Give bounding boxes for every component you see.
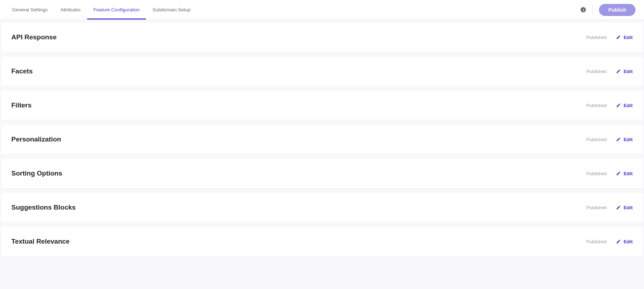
feature-card: API ResponsePublishedEdit [1,23,643,52]
pencil-icon [616,137,621,142]
tab-subdomain-setup[interactable]: Subdomain Setup [146,0,197,20]
pencil-icon [616,171,621,176]
feature-title: API Response [11,33,57,41]
status-label: Published [586,103,606,108]
edit-label: Edit [624,205,633,210]
info-icon[interactable]: i [581,7,586,12]
tabs-container: General SettingsAttributesFeature Config… [6,0,197,20]
feature-title: Textual Relevance [11,238,69,245]
feature-card: Suggestions BlocksPublishedEdit [1,193,643,222]
vertical-divider [592,5,593,15]
feature-title: Suggestions Blocks [11,204,76,211]
tab-attributes[interactable]: Attributes [54,0,87,20]
feature-title: Filters [11,101,32,109]
status-label: Published [586,171,606,176]
feature-actions: PublishedEdit [586,137,633,142]
feature-title: Sorting Options [11,169,62,177]
pencil-icon [616,35,621,40]
edit-button[interactable]: Edit [616,239,633,244]
edit-label: Edit [624,103,633,108]
edit-button[interactable]: Edit [616,137,633,142]
edit-button[interactable]: Edit [616,69,633,74]
pencil-icon [616,239,621,244]
edit-label: Edit [624,137,633,142]
feature-title: Facets [11,67,33,75]
edit-label: Edit [624,69,633,74]
header-bar: General SettingsAttributesFeature Config… [0,0,644,20]
edit-button[interactable]: Edit [616,103,633,108]
feature-actions: PublishedEdit [586,103,633,108]
publish-button[interactable]: Publish [599,4,635,16]
feature-actions: PublishedEdit [586,171,633,176]
feature-actions: PublishedEdit [586,35,633,40]
edit-button[interactable]: Edit [616,171,633,176]
status-label: Published [586,239,606,244]
feature-actions: PublishedEdit [586,205,633,210]
feature-actions: PublishedEdit [586,239,633,244]
feature-title: Personalization [11,135,61,143]
pencil-icon [616,69,621,74]
feature-card: Sorting OptionsPublishedEdit [1,159,643,188]
pencil-icon [616,205,621,210]
pencil-icon [616,103,621,108]
edit-label: Edit [624,35,633,40]
feature-actions: PublishedEdit [586,69,633,74]
edit-button[interactable]: Edit [616,205,633,210]
tab-feature-configuration[interactable]: Feature Configuration [87,0,146,20]
edit-label: Edit [624,171,633,176]
status-label: Published [586,69,606,74]
feature-list: API ResponsePublishedEditFacetsPublished… [0,20,644,264]
edit-label: Edit [624,239,633,244]
tab-general-settings[interactable]: General Settings [6,0,54,20]
header-right: i Publish [581,4,635,16]
feature-card: FacetsPublishedEdit [1,57,643,86]
edit-button[interactable]: Edit [616,35,633,40]
feature-card: FiltersPublishedEdit [1,91,643,120]
status-label: Published [586,205,606,210]
feature-card: Textual RelevancePublishedEdit [1,227,643,256]
feature-card: PersonalizationPublishedEdit [1,125,643,154]
status-label: Published [586,137,606,142]
status-label: Published [586,35,606,40]
